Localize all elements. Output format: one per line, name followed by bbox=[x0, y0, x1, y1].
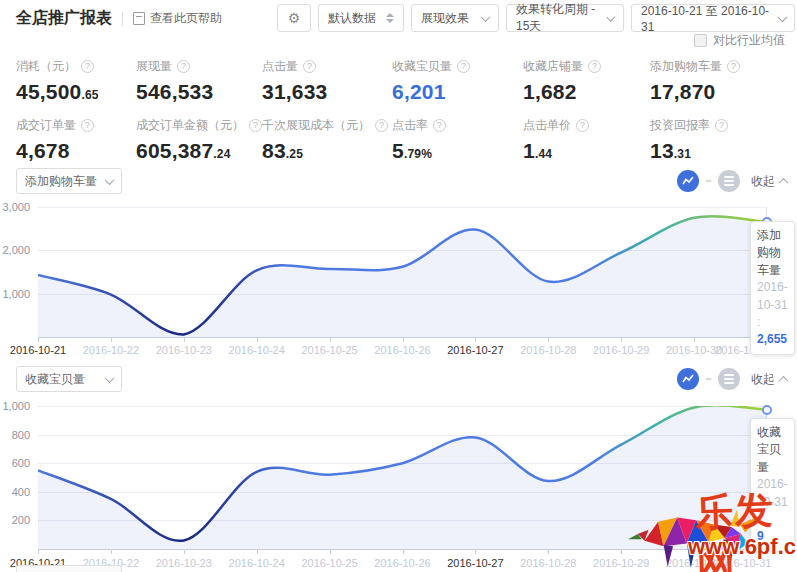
axis-tick bbox=[38, 550, 39, 554]
data-point-marker bbox=[762, 405, 772, 415]
metric-value: 83.25 bbox=[262, 139, 392, 163]
question-circle-icon[interactable]: ? bbox=[81, 119, 94, 132]
line-chart-view-button[interactable] bbox=[677, 170, 699, 192]
metric-card: 点击率? 5.79% bbox=[392, 117, 523, 163]
x-tick-label: 2016-10-29 bbox=[593, 344, 649, 356]
chart-section-add-to-cart: 添加购物车量 收起 1,0002,0003,000 bbox=[0, 166, 797, 364]
plot-canvas bbox=[38, 406, 767, 550]
question-circle-icon[interactable]: ? bbox=[457, 60, 470, 73]
metric-label: 千次展现成本（元） bbox=[262, 117, 370, 134]
metric-value: 6,201 bbox=[392, 80, 523, 104]
plot-area[interactable] bbox=[38, 406, 767, 555]
chart-metric-select-value: 收藏宝贝量 bbox=[25, 371, 85, 388]
metric-value: 31,633 bbox=[262, 80, 392, 104]
x-tick-label: 2016-10-25 bbox=[301, 557, 357, 569]
metric-value: 546,533 bbox=[136, 80, 262, 104]
metric-value: 1,682 bbox=[523, 80, 650, 104]
help-icon bbox=[133, 12, 145, 25]
chevron-down-icon bbox=[607, 12, 616, 21]
table-view-button[interactable] bbox=[718, 170, 740, 192]
y-axis: 1,0002,0003,000 bbox=[0, 207, 34, 337]
table-icon bbox=[724, 374, 734, 384]
effect-select[interactable]: 展现效果 bbox=[411, 4, 499, 32]
compare-label: 对比行业均值 bbox=[713, 32, 785, 49]
question-circle-icon[interactable]: ? bbox=[177, 60, 190, 73]
y-tick-label: 3,000 bbox=[2, 201, 30, 213]
axis-tick bbox=[330, 338, 331, 342]
chart-tooltip: 收藏宝贝量 2016-10-31 : 9 bbox=[750, 418, 795, 552]
metric-label: 点击量 bbox=[262, 58, 298, 75]
date-range-select[interactable]: 2016-10-21 至 2016-10-31 bbox=[631, 4, 795, 32]
x-tick-label: 2016-10-27 bbox=[447, 344, 503, 356]
metric-value: 1.44 bbox=[523, 139, 650, 163]
question-circle-icon[interactable]: ? bbox=[588, 60, 601, 73]
compare-checkbox[interactable] bbox=[694, 34, 707, 47]
tooltip-series: 添加购物车量 bbox=[757, 227, 788, 279]
axis-tick bbox=[403, 338, 404, 342]
data-source-select[interactable]: 默认数据 bbox=[318, 4, 404, 32]
collapse-button[interactable]: 收起 bbox=[751, 371, 787, 388]
x-tick-label: 2016-10-23 bbox=[156, 557, 212, 569]
tooltip-value: 2,655 bbox=[757, 331, 788, 348]
chart-metric-select[interactable]: 添加购物车量 bbox=[16, 168, 122, 194]
question-circle-icon[interactable]: ? bbox=[576, 119, 589, 132]
axis-tick bbox=[111, 338, 112, 342]
x-tick-label: 2016-10-31 bbox=[715, 557, 771, 569]
axis-tick bbox=[111, 550, 112, 554]
settings-button[interactable]: ⚙ bbox=[277, 4, 311, 32]
x-tick-label: 2016-10-21 bbox=[10, 344, 66, 356]
question-circle-icon[interactable]: ? bbox=[727, 60, 740, 73]
tooltip-value: 9 bbox=[757, 528, 788, 545]
line-chart-view-button[interactable] bbox=[677, 368, 699, 390]
metric-card: 消耗（元）? 45,500.65 bbox=[16, 58, 136, 104]
axis-tick bbox=[621, 338, 622, 342]
metric-label: 收藏店铺量 bbox=[523, 58, 583, 75]
axis-tick bbox=[475, 338, 476, 342]
line-chart-icon bbox=[682, 373, 694, 385]
y-tick-label: 2,000 bbox=[2, 244, 30, 256]
metric-card: 展现量? 546,533 bbox=[136, 58, 262, 104]
compare-industry-row: 对比行业均值 bbox=[694, 32, 785, 49]
tooltip-date: 2016-10-31 : bbox=[757, 279, 788, 331]
question-circle-icon[interactable]: ? bbox=[715, 119, 728, 132]
x-tick-label: 2016-10-26 bbox=[374, 557, 430, 569]
y-tick-label: 1,000 bbox=[2, 400, 30, 412]
question-circle-icon[interactable]: ? bbox=[303, 60, 316, 73]
collapse-label: 收起 bbox=[751, 371, 775, 388]
data-source-select-value: 默认数据 bbox=[328, 10, 376, 27]
metric-value: 5.79% bbox=[392, 139, 523, 163]
question-circle-icon[interactable]: ? bbox=[375, 119, 388, 132]
chart-metric-select[interactable]: 收藏宝贝量 bbox=[16, 366, 122, 392]
metrics-grid: 消耗（元）? 45,500.65 展现量? 546,533 点击量? 31,63… bbox=[0, 58, 797, 163]
axis-tick bbox=[403, 550, 404, 554]
y-tick-label: 400 bbox=[12, 486, 30, 498]
chevron-up-icon bbox=[779, 177, 789, 187]
x-tick-label: 2016-10-22 bbox=[83, 344, 139, 356]
x-tick-label: 2016-10-23 bbox=[156, 344, 212, 356]
question-circle-icon[interactable]: ? bbox=[249, 119, 262, 132]
metric-select-partial[interactable] bbox=[16, 565, 122, 572]
metric-card-highlighted: 收藏宝贝量? 6,201 bbox=[392, 58, 523, 104]
metric-card: 收藏店铺量? 1,682 bbox=[523, 58, 650, 104]
metric-card: 成交订单量? 4,678 bbox=[16, 117, 136, 163]
metric-label: 投资回报率 bbox=[650, 117, 710, 134]
divider bbox=[122, 12, 123, 26]
y-axis: 2004006008001,000 bbox=[0, 406, 34, 549]
y-tick-label: 1,000 bbox=[2, 288, 30, 300]
metric-card: 成交订单金额（元）? 605,387.24 bbox=[136, 117, 262, 163]
x-tick-label: 2016-10-30 bbox=[666, 344, 722, 356]
axis-tick bbox=[621, 550, 622, 554]
metric-card: 点击单价? 1.44 bbox=[523, 117, 650, 163]
metric-label: 消耗（元） bbox=[16, 58, 76, 75]
question-circle-icon[interactable]: ? bbox=[81, 60, 94, 73]
question-circle-icon[interactable]: ? bbox=[433, 119, 446, 132]
x-tick-label: 2016-10-28 bbox=[520, 557, 576, 569]
metric-label: 点击单价 bbox=[523, 117, 571, 134]
table-view-button[interactable] bbox=[718, 368, 740, 390]
plot-area[interactable] bbox=[38, 207, 767, 343]
metric-card: 千次展现成本（元）? 83.25 bbox=[262, 117, 392, 163]
collapse-button[interactable]: 收起 bbox=[751, 173, 787, 190]
conversion-period-select[interactable]: 效果转化周期 - 15天 bbox=[506, 4, 624, 32]
axis-tick bbox=[548, 338, 549, 342]
help-link[interactable]: 查看此页帮助 bbox=[133, 10, 222, 27]
